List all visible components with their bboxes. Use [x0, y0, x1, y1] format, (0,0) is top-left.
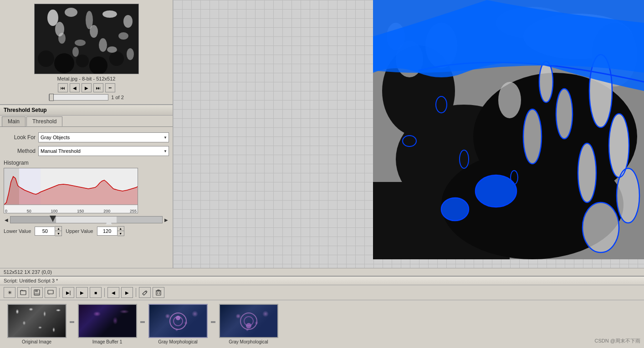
tab-threshold[interactable]: Threshold — [26, 116, 62, 126]
script-run-button[interactable]: ▶ — [76, 287, 88, 298]
svg-point-19 — [127, 48, 134, 60]
hist-x-0: 0 — [5, 209, 7, 213]
svg-point-4 — [102, 10, 117, 18]
upper-value-input[interactable] — [97, 227, 118, 236]
playback-controls: ⏮ ◀ ▶ ⏭ ▪▪ — [58, 83, 115, 92]
script-step-run-button[interactable]: ▶| — [62, 287, 74, 298]
right-image-svg — [373, 0, 644, 259]
skip-first-button[interactable]: ⏮ — [58, 83, 68, 92]
pipeline-item-label-buffer1: Image Buffer 1 — [92, 339, 122, 344]
nav-counter: 1 of 2 — [111, 95, 124, 100]
look-for-select[interactable]: Gray Objects Light Objects Dark Objects — [38, 132, 169, 142]
morph-thumb-1 — [149, 305, 207, 337]
histogram-label: Histogram — [4, 160, 169, 166]
skip-last-button[interactable]: ⏭ — [93, 83, 103, 92]
upper-spin-btns: ▲ ▼ — [118, 226, 124, 236]
svg-point-8 — [99, 38, 107, 52]
pipeline-item-morph2[interactable]: Gray Morphological — [215, 304, 281, 344]
look-for-select-wrapper: Gray Objects Light Objects Dark Objects — [38, 132, 169, 142]
folder-icon — [20, 289, 26, 296]
upper-value-input-group: ▲ ▼ — [97, 226, 124, 236]
script-prev-button[interactable]: ◀ — [107, 287, 119, 298]
svg-rect-66 — [35, 290, 38, 292]
tab-main[interactable]: Main — [2, 116, 26, 126]
image-info: Metal.jpg - 8-bit - 512x512 — [57, 76, 116, 81]
right-image — [373, 0, 644, 259]
thumb-lower[interactable] — [50, 216, 56, 222]
svg-point-11 — [54, 53, 74, 73]
pipeline-item-label-morph1: Gray Morphological — [158, 339, 198, 344]
save-icon — [34, 289, 40, 296]
lower-value-label: Lower Value — [4, 228, 31, 234]
range-arrow-right[interactable]: ▶ — [164, 217, 169, 222]
threshold-slider-area: ◀ ▶ — [4, 216, 169, 223]
svg-point-1 — [47, 10, 58, 26]
svg-point-79 — [246, 323, 251, 328]
main-canvas — [173, 0, 644, 268]
pipeline-item-original[interactable]: Original Image — [4, 304, 70, 344]
svg-point-7 — [75, 40, 86, 46]
range-arrow-left[interactable]: ◀ — [4, 217, 9, 222]
look-for-label: Look For — [4, 134, 36, 141]
comment-icon — [47, 289, 54, 296]
status-text: 512x512 1X 237 (0,0) — [4, 269, 52, 275]
hist-x-150: 150 — [77, 209, 84, 213]
script-delete-button[interactable] — [153, 287, 164, 298]
script-open-button[interactable] — [17, 287, 29, 298]
panel-title: Threshold Setup — [0, 105, 173, 116]
lower-spin-up[interactable]: ▲ — [55, 227, 61, 231]
image-thumbnail-area: Metal.jpg - 8-bit - 512x512 ⏮ ◀ ▶ ⏭ ▪▪ 1… — [0, 0, 173, 104]
svg-point-15 — [55, 22, 64, 36]
thumbnail-canvas — [35, 4, 138, 74]
hist-x-100: 100 — [51, 209, 58, 213]
svg-point-9 — [118, 32, 128, 40]
lower-value-input[interactable] — [35, 227, 55, 236]
method-select[interactable]: Manual Threshold Auto Threshold Adaptive… — [38, 146, 169, 156]
morph-icon-1 — [167, 310, 189, 333]
script-stop-button[interactable]: ■ — [90, 287, 102, 298]
morph-thumb-2 — [220, 305, 277, 337]
nav-slider-row: 1 of 2 — [44, 94, 128, 101]
script-sparkle-button[interactable]: ✳ — [4, 287, 15, 298]
stack-button[interactable]: ▪▪ — [105, 83, 115, 92]
pipeline-item-morph1[interactable]: Gray Morphological — [145, 304, 211, 344]
histogram-x-labels: 0 50 100 150 200 255 — [4, 209, 138, 213]
hist-x-200: 200 — [103, 209, 110, 213]
threshold-track[interactable] — [10, 216, 163, 223]
svg-point-18 — [107, 46, 117, 53]
histogram-svg — [4, 168, 138, 207]
method-select-wrapper: Manual Threshold Auto Threshold Adaptive… — [38, 146, 169, 156]
look-for-row: Look For Gray Objects Light Objects Dark… — [4, 132, 169, 142]
svg-point-74 — [170, 313, 186, 329]
thumb-upper[interactable] — [106, 218, 112, 225]
upper-value-label: Upper Value — [66, 228, 93, 234]
script-next-button[interactable]: ▶ — [121, 287, 133, 298]
toolbar-separator-3 — [136, 288, 136, 297]
threshold-setup-panel: Threshold Setup Main Threshold Look For … — [0, 104, 173, 268]
script-area: Script: Untitled Script 3 * ✳ ▶| ▶ ■ — [0, 276, 644, 348]
trash-icon — [155, 289, 162, 296]
svg-point-14 — [109, 51, 124, 66]
prev-button[interactable]: ◀ — [70, 83, 80, 92]
svg-rect-71 — [158, 290, 159, 291]
edit-icon — [142, 289, 148, 296]
script-comment-button[interactable] — [45, 287, 56, 298]
nav-slider[interactable] — [49, 94, 108, 101]
svg-point-13 — [89, 56, 107, 74]
script-edit-button[interactable] — [139, 287, 151, 298]
toolbar-separator-2 — [104, 288, 105, 297]
lower-spin-down[interactable]: ▼ — [55, 231, 61, 236]
pipeline-item-buffer1[interactable]: Image Buffer 1 — [74, 304, 140, 344]
hist-x-255: 255 — [130, 209, 137, 213]
svg-rect-64 — [20, 291, 26, 295]
next-button[interactable]: ▶ — [82, 83, 92, 92]
lower-value-input-group: ▲ ▼ — [35, 226, 62, 236]
upper-spin-down[interactable]: ▼ — [118, 231, 124, 236]
upper-spin-up[interactable]: ▲ — [118, 227, 124, 231]
thumbnail-box — [34, 4, 139, 74]
script-save-button[interactable] — [31, 287, 43, 298]
buf1-thumb — [79, 305, 136, 337]
toolbar-separator-1 — [59, 288, 60, 297]
svg-point-12 — [76, 55, 89, 67]
tabs-row: Main Threshold — [0, 116, 173, 127]
